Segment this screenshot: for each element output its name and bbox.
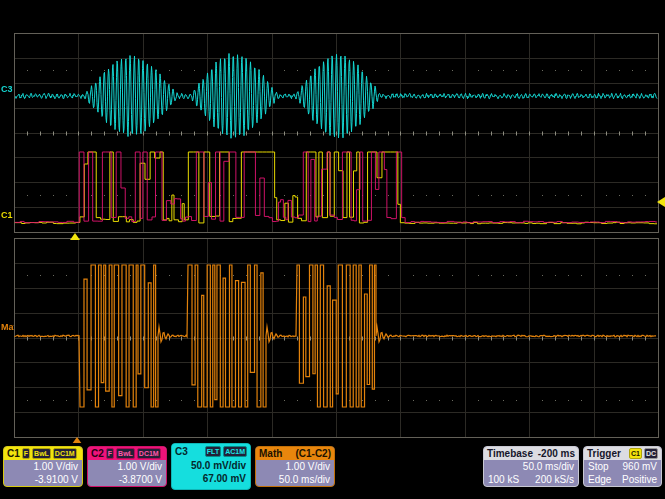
oscilloscope-screen: File Vertical Timebase Trigger Display C… <box>0 0 665 499</box>
trigger-row-2: Edge Positive <box>584 473 661 486</box>
c3-values: 50.0 mV/div 67.00 mV <box>172 459 250 485</box>
c3-badge-ac1m: AC1M <box>223 446 247 457</box>
trigger-type: Edge <box>588 473 611 486</box>
timebase-descriptor[interactable]: Timebase -200 ms 50.0 ms/div 100 kS 200 … <box>483 446 579 487</box>
math-name: Math <box>259 448 282 459</box>
timebase-time-per-div: 50.0 ms/div <box>488 460 574 473</box>
trace-label-c3[interactable]: C3 <box>1 84 14 94</box>
c1-volts-per-div: 1.00 V/div <box>8 460 78 473</box>
math-function: (C1-C2) <box>295 448 331 459</box>
c2-values: 1.00 V/div -3.8700 V <box>88 460 166 486</box>
trigger-header: Trigger C1 DC <box>584 447 661 460</box>
trigger-level-marker[interactable] <box>657 197 665 207</box>
c3-name: C3 <box>175 446 188 457</box>
c3-header: C3 FLT AC1M <box>172 444 250 459</box>
c3-offset: 67.00 mV <box>176 472 246 485</box>
c2-badge-bwl: BwL <box>116 448 135 459</box>
timebase-sampling: 100 kS 200 kS/s <box>484 473 578 486</box>
c1-name: C1 <box>7 448 20 459</box>
c3-badge-flt: FLT <box>205 446 221 457</box>
timebase-sample-rate: 200 kS/s <box>535 473 574 486</box>
c2-volts-per-div: 1.00 V/div <box>92 460 162 473</box>
c1-offset: -3.9100 V <box>8 473 78 486</box>
math-values: 1.00 V/div 50.0 ms/div <box>256 460 334 486</box>
trigger-level: 960 mV <box>623 460 657 473</box>
math-descriptor[interactable]: Math (C1-C2) 1.00 V/div 50.0 ms/div <box>255 446 335 487</box>
waveform-display <box>0 0 665 443</box>
trigger-coupling-badge: DC <box>644 448 658 459</box>
math-header: Math (C1-C2) <box>256 447 334 460</box>
c3-volts-per-div: 50.0 mV/div <box>176 459 246 472</box>
c1-badge-dc1m: DC1M <box>53 448 77 459</box>
trigger-position-marker-top[interactable] <box>70 233 80 240</box>
status-bar: C1 F BwL DC1M 1.00 V/div -3.9100 V C2 F … <box>0 443 665 499</box>
timebase-header: Timebase -200 ms <box>484 447 578 460</box>
timebase-delay: -200 ms <box>538 448 575 459</box>
channel-descriptor-c1[interactable]: C1 F BwL DC1M 1.00 V/div -3.9100 V <box>3 446 83 487</box>
trigger-source-badge: C1 <box>629 448 642 459</box>
c1-badge-bwl: BwL <box>32 448 51 459</box>
trigger-descriptor[interactable]: Trigger C1 DC Stop 960 mV Edge Positive <box>583 446 662 487</box>
c1-badge-f: F <box>22 448 30 459</box>
channel-descriptor-c2[interactable]: C2 F BwL DC1M 1.00 V/div -3.8700 V <box>87 446 167 487</box>
math-time-per-div: 50.0 ms/div <box>260 473 330 486</box>
trigger-title: Trigger <box>587 448 621 459</box>
timebase-scale: 50.0 ms/div <box>484 460 578 473</box>
trace-label-c1[interactable]: C1 <box>1 210 14 220</box>
trace-label-math[interactable]: Math <box>1 322 14 332</box>
c1-header: C1 F BwL DC1M <box>4 447 82 460</box>
c2-badge-f: F <box>106 448 114 459</box>
timebase-title: Timebase <box>487 448 533 459</box>
timebase-samples: 100 kS <box>488 473 519 486</box>
trigger-mode: Stop <box>588 460 609 473</box>
trigger-slope: Positive <box>622 473 657 486</box>
c2-badge-dc1m: DC1M <box>137 448 161 459</box>
c1-values: 1.00 V/div -3.9100 V <box>4 460 82 486</box>
c2-header: C2 F BwL DC1M <box>88 447 166 460</box>
c2-offset: -3.8700 V <box>92 473 162 486</box>
trigger-row-1: Stop 960 mV <box>584 460 661 473</box>
channel-descriptor-c3-selected[interactable]: C3 FLT AC1M 50.0 mV/div 67.00 mV <box>171 443 251 490</box>
c2-name: C2 <box>91 448 104 459</box>
math-volts-per-div: 1.00 V/div <box>260 460 330 473</box>
